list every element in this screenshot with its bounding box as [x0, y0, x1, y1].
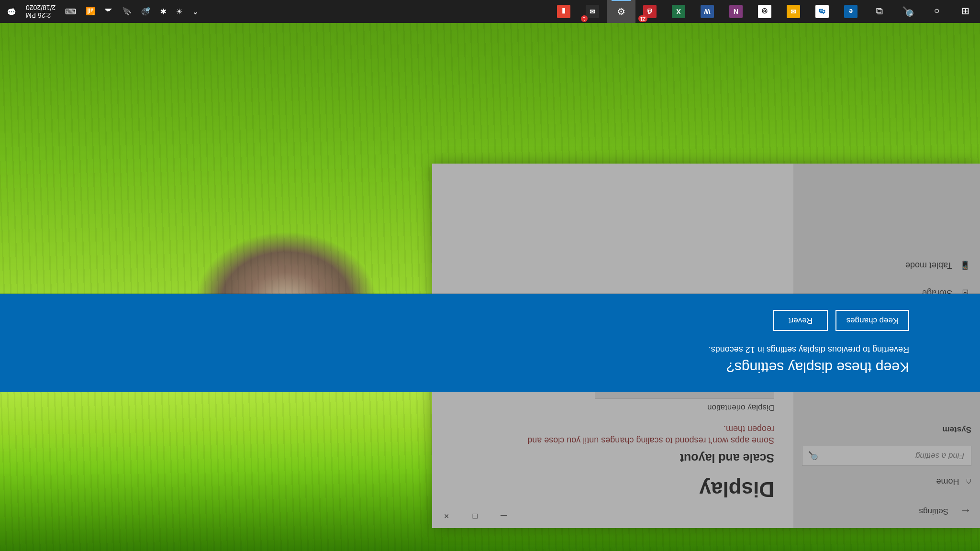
tray-icon-6[interactable]: 📶	[86, 7, 95, 16]
tray-icon-3[interactable]: 🔊	[141, 7, 151, 16]
taskbar-onenote[interactable]: N	[722, 0, 750, 23]
close-button[interactable]: ✕	[432, 505, 461, 527]
taskbar-clock[interactable]: 2:26 PM 2/18/2020	[26, 4, 56, 19]
taskbar-store[interactable]: 🛍	[808, 0, 836, 23]
section-system: System	[802, 425, 971, 434]
cortana-icon: ○	[934, 6, 940, 17]
orientation-label: Display orientation	[451, 403, 774, 412]
notifications-icon[interactable]: 💬	[7, 7, 16, 16]
revert-button[interactable]: Revert	[773, 310, 828, 331]
taskbar-edge[interactable]: e	[836, 0, 865, 23]
settings-icon: ⚙	[617, 6, 625, 17]
pdf-badge: 21	[638, 15, 647, 22]
onenote-icon: N	[729, 5, 743, 18]
dialog-message: Reverting to previous display settings i…	[709, 344, 909, 354]
keep-changes-dialog: Keep these display settings? Reverting t…	[0, 294, 980, 392]
mail2-icon: ✉	[586, 5, 599, 18]
back-arrow-icon[interactable]: ←	[960, 505, 971, 518]
taskbar-word[interactable]: W	[693, 0, 722, 23]
taskbar-taskview[interactable]: ⧉	[865, 0, 894, 23]
keep-label: Keep changes	[846, 316, 899, 325]
taskbar-start[interactable]: ⊞	[951, 0, 980, 23]
tray-icon-4[interactable]: 🔌	[122, 7, 132, 16]
system-tray: ⌃☀✱🔊🔌☁📶⌨ 2:26 PM 2/18/2020 💬	[0, 0, 205, 23]
chrome-icon: ◎	[758, 5, 771, 18]
sidebar-item-label: Tablet mode	[905, 261, 952, 271]
taskbar-settings[interactable]: ⚙	[607, 0, 635, 23]
keep-changes-button[interactable]: Keep changes	[835, 310, 909, 331]
window-title: Settings	[919, 507, 948, 516]
word-icon: W	[701, 5, 714, 18]
taskbar: ⊞○🔍⧉e🛍✉◎NWX⎙21⚙✉1▮ ⌃☀✱🔊🔌☁📶⌨ 2:26 PM 2/18…	[0, 0, 980, 23]
titlebar: — ☐ ✕	[432, 504, 793, 528]
start-icon: ⊞	[962, 6, 970, 17]
sidebar-home[interactable]: ⌂ Home	[802, 469, 971, 495]
excel-icon: X	[672, 5, 685, 18]
maximize-button[interactable]: ☐	[461, 505, 490, 527]
mail2-badge: 1	[581, 15, 588, 22]
page-title: Display	[451, 477, 774, 501]
minimize-button[interactable]: —	[490, 505, 518, 527]
scale-heading: Scale and layout	[451, 451, 774, 465]
taskbar-excel[interactable]: X	[664, 0, 693, 23]
tray-icon-2[interactable]: ✱	[160, 7, 167, 16]
search-field[interactable]	[830, 451, 965, 461]
tablet-icon: 📱	[960, 260, 970, 271]
taskbar-cortana[interactable]: ○	[923, 0, 951, 23]
taskbar-mail2[interactable]: ✉1	[578, 0, 607, 23]
taskbar-chrome[interactable]: ◎	[750, 0, 779, 23]
tray-icon-1[interactable]: ☀	[176, 7, 183, 16]
todoist-icon: ▮	[557, 5, 570, 18]
search-icon: 🔍	[902, 6, 914, 17]
clock-date: 2/18/2020	[26, 4, 56, 11]
tray-icon-7[interactable]: ⌨	[65, 7, 76, 16]
tray-icon-5[interactable]: ☁	[105, 7, 112, 16]
taskview-icon: ⧉	[876, 6, 883, 17]
search-input[interactable]: 🔍	[802, 446, 971, 466]
revert-label: Revert	[789, 316, 813, 325]
taskbar-apps: ⊞○🔍⧉e🛍✉◎NWX⎙21⚙✉1▮	[549, 0, 980, 23]
taskbar-search[interactable]: 🔍	[894, 0, 923, 23]
tray-icon-0[interactable]: ⌃	[192, 7, 199, 16]
sidebar-item-tablet[interactable]: 📱 Tablet mode	[802, 252, 971, 279]
edge-icon: e	[844, 5, 858, 18]
mail-icon: ✉	[787, 5, 800, 18]
home-icon: ⌂	[966, 476, 971, 487]
dialog-title: Keep these display settings?	[709, 359, 909, 375]
scale-warning: Some apps won't respond to scaling chang…	[516, 423, 774, 446]
store-icon: 🛍	[815, 5, 829, 18]
taskbar-pdf[interactable]: ⎙21	[635, 0, 664, 23]
taskbar-mail[interactable]: ✉	[779, 0, 808, 23]
clock-time: 2:26 PM	[26, 11, 56, 19]
home-label: Home	[936, 477, 959, 487]
taskbar-todoist[interactable]: ▮	[549, 0, 578, 23]
search-icon: 🔍	[808, 451, 818, 461]
